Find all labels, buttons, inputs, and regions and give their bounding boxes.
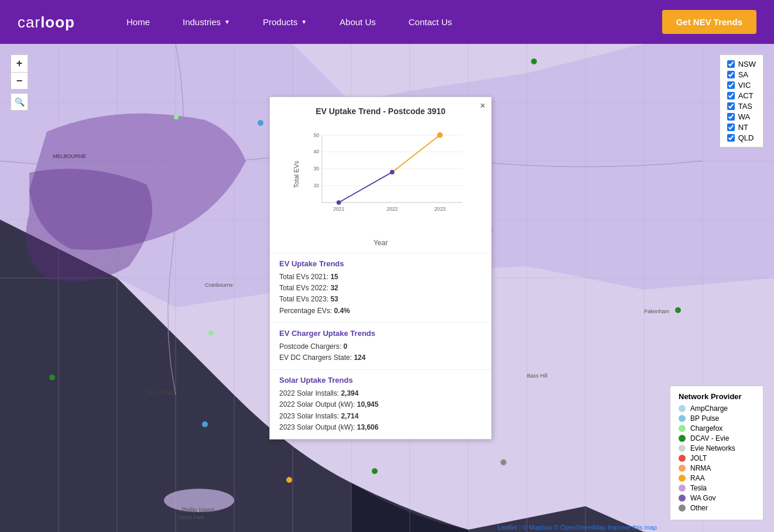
map-marker[interactable] (286, 477, 292, 483)
info-row: EV DC Chargers State: 124 (279, 352, 482, 363)
get-nev-trends-button[interactable]: Get NEV Trends (662, 10, 756, 34)
svg-point-42 (337, 200, 341, 205)
legend-item: NRMA (679, 464, 755, 472)
leaflet-link[interactable]: Leaflet (498, 524, 517, 531)
state-filter-checkbox[interactable] (727, 71, 735, 78)
info-row: 2022 Solar Output (kW): 10,945 (279, 399, 482, 410)
map-marker[interactable] (174, 115, 179, 119)
chart-svg: 50 40 30 20 2021 2022 2023 (305, 122, 474, 227)
svg-text:40: 40 (313, 149, 319, 155)
nav-links: Home Industries ▼ Products ▼ About Us Co… (110, 0, 662, 44)
legend-label: WA Gov (690, 494, 716, 502)
info-row: 2023 Solar Installs: 2,714 (279, 411, 482, 422)
info-row: Postcode Chargers: 0 (279, 341, 482, 352)
svg-text:30: 30 (313, 166, 319, 171)
legend-item: Evie Networks (679, 444, 755, 452)
map-marker[interactable] (675, 307, 681, 313)
map-marker[interactable] (372, 468, 378, 474)
mapbox-link[interactable]: © Mapbox (522, 524, 552, 531)
map-marker[interactable] (202, 421, 208, 427)
chart-area: Total EVs 50 40 30 20 (305, 122, 474, 227)
legend-label: DCAV - Evie (690, 434, 729, 442)
map-marker[interactable] (208, 331, 213, 335)
state-filter-label: SA (738, 70, 748, 79)
zoom-out-button[interactable]: − (11, 72, 28, 90)
y-axis-label: Total EVs (293, 161, 300, 188)
state-filter-label: NSW (738, 60, 756, 68)
legend-item: JOLT (679, 454, 755, 462)
state-filter-label: QLD (738, 133, 754, 142)
state-filter-item: WA (727, 112, 756, 121)
state-filter-checkbox[interactable] (727, 92, 735, 99)
state-filter-checkbox[interactable] (727, 134, 735, 142)
info-section-title: EV Uptake Trends (279, 259, 482, 268)
svg-point-43 (390, 170, 395, 174)
state-filter-label: ACT (738, 91, 754, 100)
state-filter-checkbox[interactable] (727, 60, 735, 68)
navbar: carloop Home Industries ▼ Products ▼ Abo… (0, 0, 774, 44)
map-marker[interactable] (531, 59, 537, 64)
legend-color-dot (679, 465, 686, 472)
svg-line-40 (339, 172, 392, 202)
map-marker[interactable] (501, 459, 506, 465)
legend-item: BP Pulse (679, 414, 755, 423)
chevron-down-icon: ▼ (301, 19, 307, 25)
legend-item: Other (679, 504, 755, 512)
legend-item: WA Gov (679, 494, 755, 502)
legend-item: AmpCharge (679, 404, 755, 413)
legend-color-dot (679, 435, 686, 442)
nav-about[interactable]: About Us (323, 0, 392, 44)
legend-color-dot (679, 415, 686, 422)
logo[interactable]: carloop (18, 13, 75, 32)
legend-color-dot (679, 504, 686, 512)
svg-text:Phillip Island: Phillip Island (181, 507, 214, 513)
legend-color-dot (679, 475, 686, 482)
network-legend: Network Provider AmpChargeBP PulseCharge… (670, 386, 763, 520)
map-marker[interactable] (49, 375, 55, 380)
legend-label: Chargefox (690, 424, 722, 433)
info-section: EV Charger Uptake TrendsPostcode Charger… (270, 323, 491, 370)
legend-color-dot (679, 485, 686, 492)
legend-color-dot (679, 405, 686, 412)
legend-label: Other (690, 504, 708, 512)
nav-industries[interactable]: Industries ▼ (166, 0, 246, 44)
state-filter-checkbox[interactable] (727, 123, 735, 131)
map-controls: + − 🔍 (11, 54, 28, 111)
info-row: 2022 Solar Installs: 2,394 (279, 388, 482, 399)
chart-title: EV Uptake Trend - Postcode 3910 (282, 107, 480, 116)
close-button[interactable]: × (480, 101, 485, 111)
search-button[interactable]: 🔍 (11, 93, 28, 111)
state-filter-item: ACT (727, 91, 756, 100)
state-filter-checkbox[interactable] (727, 81, 735, 89)
svg-text:Cranbourne: Cranbourne (205, 282, 233, 288)
svg-text:50: 50 (313, 132, 319, 138)
state-filter-checkbox[interactable] (727, 113, 735, 121)
map-marker[interactable] (258, 120, 263, 126)
state-filter-item: TAS (727, 102, 756, 111)
improve-link[interactable]: Improve this map (608, 524, 657, 531)
state-filter-item: NT (727, 123, 756, 132)
svg-text:2023: 2023 (434, 206, 446, 212)
nav-home[interactable]: Home (110, 0, 166, 44)
nav-products[interactable]: Products ▼ (246, 0, 323, 44)
zoom-in-button[interactable]: + (11, 54, 28, 72)
svg-text:20: 20 (313, 183, 319, 188)
network-legend-title: Network Provider (679, 392, 755, 401)
osm-link[interactable]: © OpenStreetMap (554, 524, 606, 531)
svg-text:2022: 2022 (386, 206, 398, 212)
legend-item: Tesla (679, 484, 755, 492)
svg-text:Bass Hill: Bass Hill (527, 373, 547, 379)
svg-text:Motor Park: Motor Park (179, 514, 205, 520)
legend-item: RAA (679, 474, 755, 482)
svg-text:Pakenham: Pakenham (644, 308, 669, 314)
state-filter-checkbox[interactable] (727, 102, 735, 110)
state-filter-label: NT (738, 123, 748, 132)
legend-color-dot (679, 445, 686, 452)
state-filter-label: TAS (738, 102, 752, 111)
chevron-down-icon: ▼ (224, 19, 230, 25)
svg-text:2021: 2021 (333, 206, 344, 212)
nav-contact[interactable]: Contact Us (392, 0, 468, 44)
info-row: Total EVs 2023: 53 (279, 294, 482, 305)
info-section-title: EV Charger Uptake Trends (279, 329, 482, 338)
search-icon: 🔍 (15, 97, 25, 107)
